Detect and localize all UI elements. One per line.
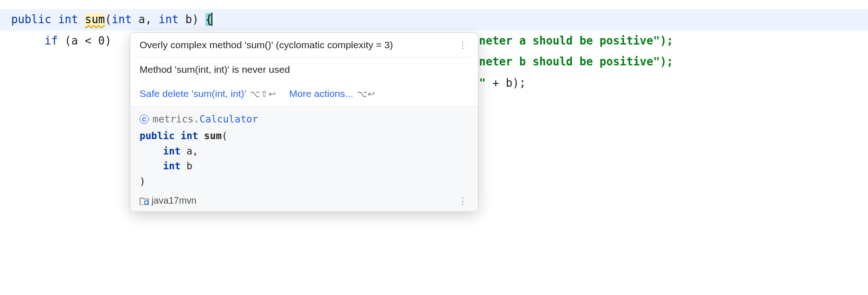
class-icon: C — [140, 115, 149, 124]
signature-line-2: int a, — [140, 144, 469, 159]
keyword-public: public — [11, 13, 51, 26]
text-caret — [211, 13, 212, 26]
keyword-int: int — [58, 13, 78, 26]
doc-kebab-icon[interactable]: ⋮ — [457, 196, 469, 206]
doc-footer: java17mvn ⋮ — [140, 195, 469, 206]
module-folder-icon — [140, 197, 149, 205]
signature-line-1: public int sum( — [140, 128, 469, 144]
shortcut-more-actions: ⌥↩ — [357, 89, 376, 99]
doc-class-header[interactable]: C metrics.Calculator — [140, 114, 469, 125]
inspection-popup: Overly complex method 'sum()' (cyclomati… — [130, 32, 479, 212]
safe-delete-action[interactable]: Safe delete 'sum(int, int)' ⌥⇧↩ — [140, 88, 276, 99]
code-right-overflow: neter a should be positive"); neter b sh… — [479, 9, 673, 94]
actions-row: Safe delete 'sum(int, int)' ⌥⇧↩ More act… — [130, 82, 478, 107]
signature-line-3: int b — [140, 159, 469, 174]
quick-doc-section: C metrics.Calculator public int sum( int… — [130, 107, 478, 212]
warning-row-2[interactable]: Method 'sum(int, int)' is never used — [130, 58, 478, 82]
kebab-menu-icon[interactable]: ⋮ — [457, 40, 469, 50]
method-name-sum[interactable]: sum — [85, 13, 105, 26]
code-line-2[interactable]: if (a < 0) — [11, 34, 118, 47]
signature-line-4: ) — [140, 174, 469, 189]
warning-text-1: Overly complex method 'sum()' (cyclomati… — [140, 39, 457, 51]
warning-text-2: Method 'sum(int, int)' is never used — [140, 64, 290, 75]
more-actions-link[interactable]: More actions... ⌥↩ — [289, 88, 376, 99]
shortcut-safe-delete: ⌥⇧↩ — [250, 89, 276, 99]
warning-row-1[interactable]: Overly complex method 'sum()' (cyclomati… — [130, 33, 478, 57]
code-line-1[interactable]: public int sum(int a, int b) { — [0, 9, 868, 31]
module-name[interactable]: java17mvn — [152, 195, 197, 206]
svg-rect-0 — [145, 201, 148, 204]
